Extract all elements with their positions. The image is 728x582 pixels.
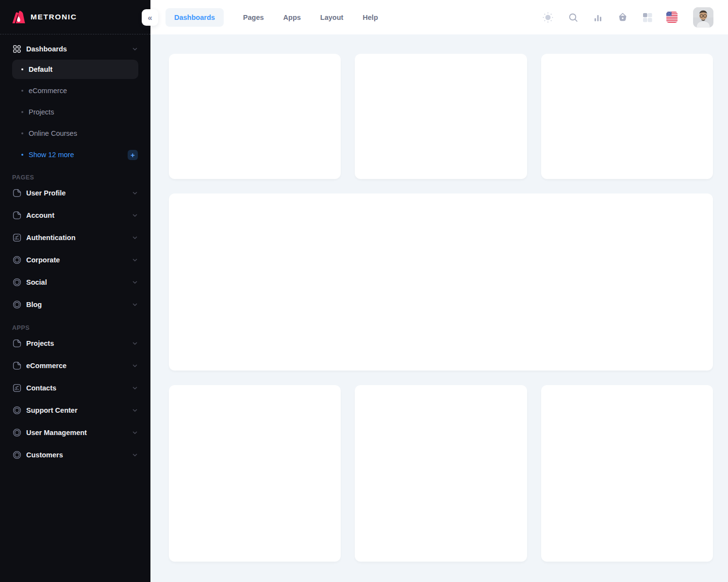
bullet-dot	[21, 90, 23, 92]
chevron-down-icon	[132, 429, 138, 436]
card-placeholder-3	[541, 54, 713, 179]
sidebar-item-app-ecommerce[interactable]: eCommerce	[12, 355, 138, 377]
sidebar-item-account[interactable]: Account	[12, 204, 138, 226]
sidebar-item-label: Projects	[26, 340, 132, 347]
chevron-down-icon	[132, 362, 138, 369]
sidebar-subitem-default[interactable]: Default	[12, 60, 138, 79]
card-placeholder-2	[355, 54, 527, 179]
sphere-icon	[12, 405, 22, 415]
card-placeholder-5	[355, 385, 527, 562]
sidebar-item-authentication[interactable]: Authentication	[12, 226, 138, 249]
sidebar-subitem-label: eCommerce	[29, 87, 67, 95]
activity-chart-button[interactable]	[592, 12, 604, 23]
sphere-icon	[12, 428, 22, 437]
bullet-dot	[21, 111, 23, 113]
sidebar-item-blog[interactable]: Blog	[12, 293, 138, 316]
sphere-icon	[12, 255, 22, 265]
sidebar-item-label: Customers	[26, 451, 132, 459]
metronic-logo-icon	[12, 10, 25, 24]
tab-layout[interactable]: Layout	[320, 14, 344, 21]
sidebar-item-corporate[interactable]: Corporate	[12, 249, 138, 271]
main-area: Dashboards Pages Apps Layout Help	[150, 0, 728, 582]
sidebar-item-label: Corporate	[26, 256, 132, 264]
apps-grid-icon	[642, 12, 653, 23]
sidebar-item-customers[interactable]: Customers	[12, 444, 138, 466]
sidebar-item-social[interactable]: Social	[12, 271, 138, 293]
double-chevron-left-icon: «	[148, 14, 152, 22]
plus-icon[interactable]: +	[128, 150, 138, 160]
dashboard-content	[150, 34, 728, 582]
theme-toggle-button[interactable]	[542, 11, 554, 24]
chart-square-icon	[12, 383, 22, 393]
tab-dashboards[interactable]: Dashboards	[165, 8, 224, 27]
bullet-dot	[21, 68, 23, 70]
sidebar-item-contacts[interactable]: Contacts	[12, 377, 138, 399]
search-button[interactable]	[567, 12, 579, 23]
section-heading-pages: PAGES	[12, 174, 138, 181]
sidebar-subitem-ecommerce[interactable]: eCommerce	[12, 80, 138, 101]
chevron-down-icon	[132, 385, 138, 391]
sidebar-item-support-center[interactable]: Support Center	[12, 399, 138, 421]
sidebar-item-dashboards[interactable]: Dashboards	[12, 42, 138, 56]
chart-square-icon	[12, 233, 22, 242]
sidebar-subitem-show-more[interactable]: Show 12 more +	[12, 144, 138, 165]
section-heading-apps: APPS	[12, 324, 138, 331]
sidebar-item-label: Authentication	[26, 234, 132, 242]
sidebar-item-label: Support Center	[26, 406, 132, 414]
card-placeholder-1	[169, 54, 341, 179]
header-icon-group	[542, 7, 713, 28]
chevron-down-icon	[132, 257, 138, 263]
us-flag-icon	[666, 12, 678, 23]
header-tabs: Dashboards Pages Apps Layout Help	[165, 8, 378, 27]
brand-logo[interactable]: METRONIC	[12, 10, 77, 24]
sidebar: METRONIC « Dashboards	[0, 0, 150, 582]
top-header: Dashboards Pages Apps Layout Help	[150, 0, 728, 34]
tab-pages[interactable]: Pages	[243, 14, 264, 21]
user-avatar-image	[693, 7, 713, 28]
sidebar-subitem-online-courses[interactable]: Online Courses	[12, 123, 138, 144]
avatar[interactable]	[693, 7, 713, 28]
sphere-icon	[12, 300, 22, 309]
basket-icon	[617, 12, 629, 23]
sidebar-logo-row: METRONIC	[0, 0, 150, 34]
tab-help[interactable]: Help	[363, 14, 378, 21]
sidebar-item-label: Contacts	[26, 384, 132, 392]
sidebar-item-user-profile[interactable]: User Profile	[12, 182, 138, 204]
chevron-down-icon	[132, 46, 138, 52]
chevron-down-icon	[132, 234, 138, 241]
sidebar-subitem-projects[interactable]: Projects	[12, 101, 138, 123]
file-icon	[12, 188, 22, 198]
search-icon	[567, 12, 579, 23]
language-flag-button[interactable]	[666, 12, 678, 23]
sidebar-item-label: Account	[26, 211, 132, 219]
file-icon	[12, 361, 22, 371]
sidebar-collapse-button[interactable]: «	[142, 9, 158, 26]
tab-apps[interactable]: Apps	[283, 14, 301, 21]
bullet-dot	[21, 132, 23, 134]
sidebar-subitem-label: Online Courses	[29, 129, 77, 137]
grid-icon	[12, 44, 22, 54]
sidebar-subitem-label: Projects	[29, 108, 54, 116]
sidebar-item-app-projects[interactable]: Projects	[12, 332, 138, 355]
chevron-down-icon	[132, 190, 138, 196]
sidebar-menu: Dashboards Default eCommerce Projects On…	[0, 34, 150, 466]
sidebar-item-user-management[interactable]: User Management	[12, 421, 138, 444]
sphere-icon	[12, 450, 22, 460]
chevron-down-icon	[132, 452, 138, 458]
sphere-icon	[12, 277, 22, 287]
sidebar-item-label: Social	[26, 278, 132, 286]
file-icon	[12, 339, 22, 348]
chevron-down-icon	[132, 407, 138, 414]
chevron-down-icon	[132, 212, 138, 219]
sidebar-item-label: Dashboards	[26, 45, 132, 53]
cart-button[interactable]	[617, 12, 629, 23]
apps-menu-button[interactable]	[642, 12, 653, 23]
file-icon	[12, 210, 22, 220]
sidebar-item-label: User Management	[26, 429, 132, 436]
sun-icon	[542, 11, 554, 24]
card-placeholder-6	[541, 385, 713, 562]
brand-name: METRONIC	[31, 13, 77, 21]
bullet-dot	[21, 154, 23, 156]
plus-glyph: +	[131, 151, 135, 159]
card-placeholder-4	[169, 385, 341, 562]
